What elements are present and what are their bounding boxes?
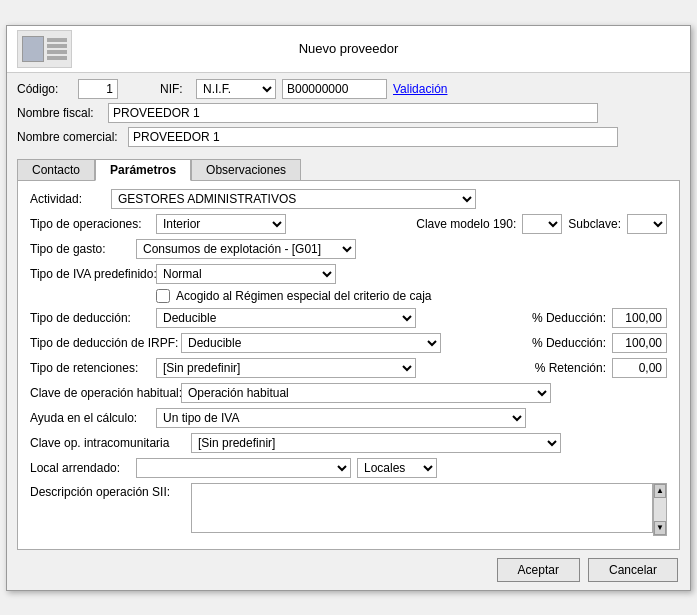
footer: Aceptar Cancelar	[7, 550, 690, 590]
tipo-op-label: Tipo de operaciones:	[30, 217, 150, 231]
tab-contacto[interactable]: Contacto	[17, 159, 95, 180]
codigo-label: Código:	[17, 82, 72, 96]
tipo-op-select[interactable]: Interior Exterior Intracomunitario	[156, 214, 286, 234]
clave-hab-select[interactable]: Operación habitual	[181, 383, 551, 403]
local-select[interactable]	[136, 458, 351, 478]
desc-scrollbar[interactable]: ▲ ▼	[653, 483, 667, 536]
pct-ded-label: % Deducción:	[532, 311, 606, 325]
clave-modelo-select[interactable]	[522, 214, 562, 234]
tab-observaciones[interactable]: Observaciones	[191, 159, 301, 180]
subclave-select[interactable]	[627, 214, 667, 234]
tipo-gasto-select[interactable]: Consumos de explotación - [G01] Otros	[136, 239, 356, 259]
subclave-label: Subclave:	[568, 217, 621, 231]
tipo-gasto-label: Tipo de gasto:	[30, 242, 130, 256]
locales-select[interactable]: Locales Rústico	[357, 458, 437, 478]
nombre-comercial-label: Nombre comercial:	[17, 130, 122, 144]
scroll-down-arrow[interactable]: ▼	[654, 521, 666, 535]
clave-intra-label: Clave op. intracomunitaria	[30, 436, 185, 450]
tipo-iva-select[interactable]: Normal Reducido Superreducido Exento	[156, 264, 336, 284]
window-title: Nuevo proveedor	[72, 41, 625, 56]
actividad-select[interactable]: GESTORES ADMINISTRATIVOS	[111, 189, 476, 209]
clave-modelo-label: Clave modelo 190:	[416, 217, 516, 231]
codigo-input[interactable]	[78, 79, 118, 99]
tipo-ded-select[interactable]: Deducible No deducible	[156, 308, 416, 328]
tipo-ded-irpf-select[interactable]: Deducible No deducible	[181, 333, 441, 353]
tab-bar: Contacto Parámetros Observaciones	[17, 159, 680, 180]
validacion-link[interactable]: Validación	[393, 82, 447, 96]
cancelar-button[interactable]: Cancelar	[588, 558, 678, 582]
ayuda-label: Ayuda en el cálculo:	[30, 411, 150, 425]
nif-type-select[interactable]: N.I.F. C.I.F. Pasaporte	[196, 79, 276, 99]
nif-value-input[interactable]	[282, 79, 387, 99]
tab-parametros[interactable]: Parámetros	[95, 159, 191, 181]
pct-ded-irpf-label: % Deducción:	[532, 336, 606, 350]
title-bar: Nuevo proveedor	[7, 26, 690, 73]
nombre-fiscal-input[interactable]	[108, 103, 598, 123]
app-logo	[17, 30, 72, 68]
pct-ded-irpf-input[interactable]	[612, 333, 667, 353]
clave-hab-label: Clave de operación habitual:	[30, 386, 175, 400]
desc-label: Descripción operación SII:	[30, 483, 185, 499]
nombre-fiscal-label: Nombre fiscal:	[17, 106, 102, 120]
actividad-label: Actividad:	[30, 192, 105, 206]
nombre-comercial-input[interactable]	[128, 127, 618, 147]
tipo-iva-label: Tipo de IVA predefinido:	[30, 267, 150, 281]
acogido-checkbox[interactable]	[156, 289, 170, 303]
nif-label: NIF:	[160, 82, 190, 96]
desc-textarea[interactable]	[191, 483, 653, 533]
acogido-label: Acogido al Régimen especial del criterio…	[176, 289, 431, 303]
main-window: Nuevo proveedor Código: NIF: N.I.F. C.I.…	[6, 25, 691, 591]
pct-ded-input[interactable]	[612, 308, 667, 328]
clave-intra-select[interactable]: [Sin predefinir]	[191, 433, 561, 453]
tipo-ret-select[interactable]: [Sin predefinir]	[156, 358, 416, 378]
ayuda-select[interactable]: Un tipo de IVA	[156, 408, 526, 428]
header-form: Código: NIF: N.I.F. C.I.F. Pasaporte Val…	[7, 73, 690, 155]
aceptar-button[interactable]: Aceptar	[497, 558, 580, 582]
local-label: Local arrendado:	[30, 461, 130, 475]
pct-ret-label: % Retención:	[535, 361, 606, 375]
parametros-tab-content: Actividad: GESTORES ADMINISTRATIVOS Tipo…	[17, 180, 680, 550]
scroll-up-arrow[interactable]: ▲	[654, 484, 666, 498]
pct-ret-input[interactable]	[612, 358, 667, 378]
tipo-ret-label: Tipo de retenciones:	[30, 361, 150, 375]
tipo-ded-label: Tipo de deducción:	[30, 311, 150, 325]
tipo-ded-irpf-label: Tipo de deducción de IRPF:	[30, 336, 175, 350]
